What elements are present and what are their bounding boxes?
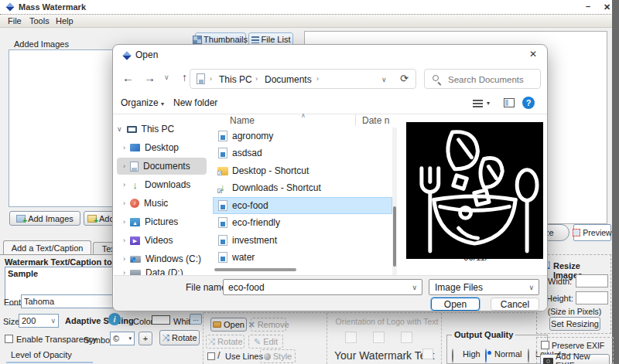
rotate-text-label: Rotate [172, 333, 197, 342]
orientation-box-4[interactable] [422, 349, 433, 359]
app-close-button[interactable]: ✕ [604, 2, 610, 12]
style-button[interactable]: Style [260, 349, 296, 363]
column-name[interactable]: Name [230, 115, 255, 126]
search-icon [433, 75, 439, 81]
file-name-combo[interactable]: eco-food ∨ [223, 279, 422, 295]
logo-rotate-icon: ⤨ [207, 337, 215, 346]
vertical-scrollbar[interactable] [392, 128, 397, 279]
up-icon[interactable]: ↑ [182, 71, 187, 83]
add-images-label-1: Add Images [28, 214, 74, 223]
horizontal-scrollbar-thumb[interactable] [214, 268, 296, 271]
documents-icon [130, 162, 139, 172]
list-item-selected[interactable]: eco-food 09/11/ [214, 197, 392, 214]
height-input[interactable] [576, 291, 608, 304]
logo-remove-label: Remove [258, 320, 289, 329]
quality-high-radio[interactable] [452, 349, 453, 363]
color-swatch[interactable] [152, 315, 170, 325]
opacity-slider[interactable] [6, 362, 93, 363]
address-bar[interactable]: › This PC › Documents › ∨ ⟳ [190, 69, 416, 89]
orientation-box-2[interactable] [373, 332, 385, 343]
file-list-icon [251, 36, 259, 43]
chevron-right-icon: › [123, 199, 125, 207]
search-box[interactable] [424, 69, 541, 89]
breadcrumb-this-pc[interactable]: This PC [219, 74, 252, 85]
tree-item-pictures[interactable]: › ▲ Pictures [123, 213, 213, 230]
quality-normal-radio[interactable] [485, 349, 487, 363]
tree-item-this-pc[interactable]: ∨ This PC [117, 121, 207, 138]
refresh-icon[interactable]: ⟳ [400, 73, 409, 84]
menu-file[interactable]: File [8, 16, 22, 26]
use-lines-checkbox[interactable] [207, 352, 215, 360]
tree-item-downloads[interactable]: › ↓ Downloads [123, 176, 213, 193]
logo-rotate-button[interactable]: ⤨ Rotate [206, 335, 245, 349]
quality-low-radio[interactable] [528, 349, 529, 363]
forward-icon[interactable]: → [144, 71, 156, 84]
add-images-button-1[interactable]: + Add Images [9, 211, 80, 226]
organize-button[interactable]: Organize ▾ [121, 97, 164, 108]
enable-transparency-checkbox[interactable] [5, 335, 13, 343]
address-dropdown-icon[interactable]: ∨ [381, 76, 387, 83]
dialog-open-label: Open [444, 299, 467, 310]
file-type-caret-icon[interactable]: ∨ [528, 284, 534, 291]
list-item[interactable]: ↓↗ Downloads - Shortcut 22/09/ [214, 179, 392, 196]
dialog-open-button[interactable]: Open [431, 298, 480, 311]
set-resizing-button[interactable]: Set Resizing [549, 317, 600, 331]
list-item[interactable]: ↗ Desktop - Shortcut 27/09/ [214, 162, 392, 179]
dialog-cancel-button[interactable]: Cancel [491, 298, 539, 311]
chevron-down-icon: ∨ [117, 125, 122, 133]
orientation-box-1[interactable] [345, 332, 357, 343]
minimize-button[interactable]: – [586, 2, 590, 11]
file-name-value: eco-food [228, 282, 265, 293]
search-input[interactable] [446, 72, 539, 87]
help-icon[interactable]: ? [522, 97, 535, 109]
new-folder-button[interactable]: New folder [173, 97, 217, 108]
orientation-box-3[interactable] [401, 332, 412, 343]
tree-item-documents[interactable]: › Documents [123, 158, 213, 175]
file-type-select[interactable]: Image Files ∨ [429, 279, 539, 295]
views-caret-icon[interactable]: ▾ [487, 100, 490, 107]
list-item[interactable]: asdsad 09/11/ [214, 145, 392, 162]
preserve-exif-checkbox[interactable] [541, 341, 549, 349]
list-item[interactable]: eco-friendly 09/11/ [214, 214, 392, 231]
tree-item-desktop[interactable]: › Desktop [123, 139, 213, 156]
logo-open-button[interactable]: Open [210, 318, 247, 332]
logo-edit-button[interactable]: ✎ Edit [248, 335, 283, 349]
tab-add-text-caption[interactable]: Add a Text/Caption [3, 240, 91, 254]
logo-remove-button[interactable]: ✕ Remove [251, 318, 286, 332]
view-list-icon[interactable] [473, 100, 483, 107]
preview-button[interactable]: Preview [573, 224, 611, 241]
tree-item-videos[interactable]: › ▶ Videos [123, 232, 213, 249]
file-name-caret-icon[interactable]: ∨ [412, 284, 417, 291]
output-quality-label: Output Quality [452, 330, 515, 339]
add-new-exif-button[interactable]: Add New EXIF [540, 354, 610, 364]
chevron-right-icon: › [123, 181, 125, 189]
tree-label: Documents [143, 161, 190, 172]
tree-item-music[interactable]: › ♪ Music [123, 195, 213, 212]
rotate-text-button[interactable]: ⤨ Rotate [159, 330, 200, 345]
sort-icon: ∧ [301, 112, 306, 119]
menu-help[interactable]: Help [56, 16, 74, 26]
divider-2 [327, 313, 327, 364]
list-item[interactable]: agronomy 09/11/ [214, 128, 392, 145]
width-input[interactable] [576, 274, 608, 287]
dialog-close-button[interactable]: ✕ [529, 49, 537, 60]
list-item[interactable]: water 09/11/ [214, 249, 392, 266]
preview-pane-icon[interactable] [504, 98, 515, 107]
drive-c-icon [130, 256, 141, 263]
vertical-scrollbar-thumb[interactable] [393, 206, 396, 267]
add-symbol-button[interactable]: + [139, 332, 152, 345]
info-icon[interactable]: i [108, 313, 121, 325]
back-icon[interactable]: ← [122, 71, 134, 84]
downloads-shortcut-icon: ↓↗ [217, 183, 227, 193]
file-name: Desktop - Shortcut [232, 165, 309, 176]
use-lines-label: Use Lines [225, 352, 263, 361]
list-item[interactable]: investment 09/11/ [214, 232, 392, 249]
color-more-button[interactable]: ... [190, 314, 202, 325]
desktop-icon [130, 144, 140, 151]
recent-locations-icon[interactable]: ∨ [164, 73, 169, 81]
symbols-combo[interactable]: © ▾ [110, 332, 135, 345]
menu-tools[interactable]: Tools [29, 16, 50, 26]
size-combo[interactable]: 200 ∨ [19, 314, 59, 328]
column-date[interactable]: Date n [362, 115, 389, 126]
breadcrumb-documents[interactable]: Documents [265, 74, 312, 85]
